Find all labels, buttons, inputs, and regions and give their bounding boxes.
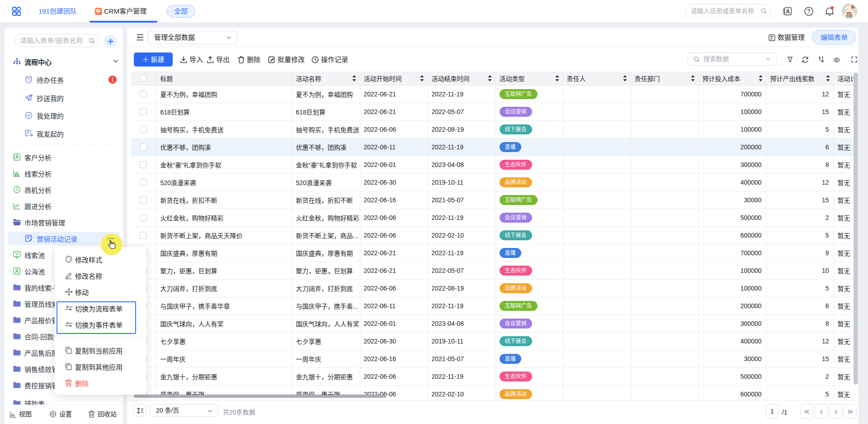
svg-text:招财: 招财 xyxy=(846,14,853,18)
